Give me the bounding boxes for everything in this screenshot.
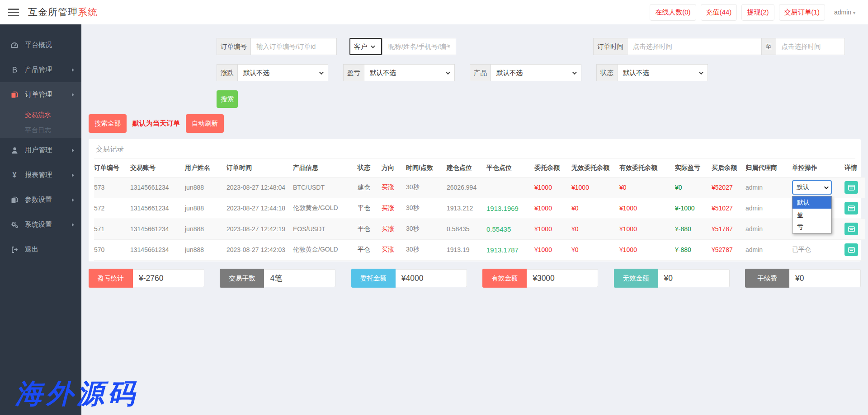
trade-records-table: 订单编号 交易账号 用户姓名 订单时间 产品信息 状态 方向 时间/点数 建仓点…: [94, 159, 865, 261]
col-detail: 详情: [844, 159, 865, 177]
cell-open-point: 26026.994: [447, 177, 486, 198]
cell-profit: ¥-880: [675, 219, 712, 239]
cell-time: 2023-08-27 12:48:04: [226, 177, 293, 198]
customer-filter: 客户: [349, 38, 456, 55]
sidebar-subitem-label: 平台日志: [25, 126, 51, 135]
sidebar-item-label: 平台概况: [25, 41, 52, 49]
col-agent: 归属代理商: [745, 159, 792, 177]
detail-button[interactable]: [844, 181, 858, 194]
chevron-down-icon: [824, 185, 829, 189]
detail-list-icon: [848, 226, 855, 232]
customer-input[interactable]: [382, 38, 456, 55]
cell-status: 平仓: [358, 219, 382, 239]
sidebar-item-order-management[interactable]: 订单管理: [0, 82, 81, 107]
cell-open-point: 0.58435: [447, 219, 486, 239]
detail-button[interactable]: [844, 202, 858, 214]
order-no-input[interactable]: [251, 38, 337, 55]
control-select[interactable]: 默认: [792, 180, 832, 195]
detail-list-icon: [848, 205, 855, 211]
detail-list-icon: [848, 185, 855, 191]
profitloss-select[interactable]: 默认不选: [364, 64, 455, 81]
profitloss-filter: 盈亏 默认不选: [343, 64, 455, 81]
product-value: 默认不选: [496, 69, 523, 77]
col-order-no: 订单编号: [94, 159, 130, 177]
col-control: 单控操作: [792, 159, 844, 177]
status-select[interactable]: 默认不选: [618, 64, 708, 81]
cell-close-point: 1913.1787: [486, 239, 534, 260]
cell-invalid-entrust: ¥0: [571, 219, 619, 239]
chevron-right-icon: [72, 223, 74, 227]
cell-name: jun888: [185, 239, 226, 260]
profitloss-label: 盈亏: [343, 64, 364, 81]
cell-detail: [844, 198, 865, 219]
recharge-badge[interactable]: 充值(44): [701, 4, 737, 21]
menu-toggle-icon[interactable]: [8, 9, 19, 16]
cell-order-no: 571: [94, 219, 130, 239]
col-entrust: 委托余额: [534, 159, 571, 177]
product-select[interactable]: 默认不选: [491, 64, 581, 81]
sidebar-group-orders: 订单管理 交易流水 平台日志: [0, 82, 81, 138]
sidebar-item-report-management[interactable]: ¥ 报表管理: [0, 163, 81, 187]
time-to-input[interactable]: [776, 38, 845, 55]
chevron-down-icon: [319, 70, 324, 75]
sidebar-item-system-settings[interactable]: 系统设置: [0, 212, 81, 237]
filter-form: 订单编号 客户 订单时间 至 涨跌 默认不选: [81, 24, 868, 81]
dropdown-option-win[interactable]: 盈: [793, 209, 831, 221]
cell-invalid-entrust: ¥0: [571, 198, 619, 219]
profitloss-value: 默认不选: [370, 69, 396, 77]
online-users-badge[interactable]: 在线人数(0): [650, 4, 696, 21]
updown-select[interactable]: 默认不选: [238, 64, 328, 81]
sidebar-subitem-label: 交易流水: [25, 111, 51, 119]
cell-name: jun888: [185, 198, 226, 219]
card-title: 交易记录: [94, 139, 855, 159]
sidebar-subitem-platform-log[interactable]: 平台日志: [0, 122, 81, 138]
cell-balance: ¥52027: [712, 177, 745, 198]
trade-orders-badge[interactable]: 交易订单(1): [779, 4, 825, 21]
sidebar: 平台概况 产品管理 订单管理 交易流水 平台日志 用户管理 ¥ 报表管理: [0, 24, 81, 415]
sidebar-subitem-trade-flow[interactable]: 交易流水: [0, 107, 81, 122]
cell-detail: [844, 239, 865, 260]
cell-invalid-entrust: ¥1000: [571, 177, 619, 198]
sidebar-item-logout[interactable]: 退出: [0, 237, 81, 262]
time-from-input[interactable]: [627, 38, 762, 55]
search-all-button[interactable]: 搜索全部: [89, 114, 127, 133]
chevron-right-icon: [72, 173, 74, 177]
sidebar-item-label: 参数设置: [25, 196, 52, 204]
cell-valid-entrust: ¥1000: [619, 239, 675, 260]
auto-refresh-button[interactable]: 自动刷新: [186, 114, 224, 133]
cell-valid-entrust: ¥1000: [619, 198, 675, 219]
sidebar-item-parameter-settings[interactable]: 参数设置: [0, 187, 81, 212]
cell-profit: ¥0: [675, 177, 712, 198]
stat-valid-amount: 有效金额 ¥3000: [482, 269, 598, 288]
sidebar-item-product-management[interactable]: 产品管理: [0, 57, 81, 82]
customer-type-select[interactable]: 客户: [349, 38, 382, 55]
user-icon: [10, 147, 19, 154]
cell-open-point: 1913.212: [447, 198, 486, 219]
stat-profit-total: 盈亏统计 ¥-2760: [89, 269, 204, 288]
cell-profit: ¥-1000: [675, 198, 712, 219]
search-button[interactable]: 搜索: [217, 90, 238, 108]
withdraw-badge[interactable]: 提现(2): [741, 4, 774, 21]
orders-icon: [10, 91, 19, 98]
sidebar-item-platform-overview[interactable]: 平台概况: [0, 33, 81, 57]
table-row: 572 13145661234 jun888 2023-08-27 12:44:…: [94, 198, 865, 219]
sidebar-item-user-management[interactable]: 用户管理: [0, 138, 81, 163]
cell-open-point: 1913.19: [447, 239, 486, 260]
dropdown-option-default[interactable]: 默认: [793, 196, 831, 209]
col-profit: 实际盈亏: [675, 159, 712, 177]
stat-invalid-amount: 无效金额 ¥0: [614, 269, 730, 288]
app-title: 互金所管理系统: [28, 6, 98, 19]
dropdown-option-lose[interactable]: 亏: [793, 221, 831, 233]
cell-valid-entrust: ¥0: [619, 177, 675, 198]
cell-close-point: 0.55435: [486, 219, 534, 239]
admin-menu[interactable]: admin ▾: [830, 5, 860, 19]
detail-button[interactable]: [844, 243, 858, 256]
yen-icon: ¥: [10, 171, 19, 179]
sidebar-item-label: 报表管理: [25, 171, 52, 179]
detail-button[interactable]: [844, 223, 858, 235]
cell-agent: admin: [745, 177, 792, 198]
trade-records-card: 交易记录 订单编号 交易账号 用户姓名 订单时间 产品信息 状态 方向 时间/点: [89, 139, 861, 261]
chevron-right-icon: [72, 93, 74, 97]
stat-value: ¥3000: [527, 269, 598, 287]
cell-profit: ¥-880: [675, 239, 712, 260]
